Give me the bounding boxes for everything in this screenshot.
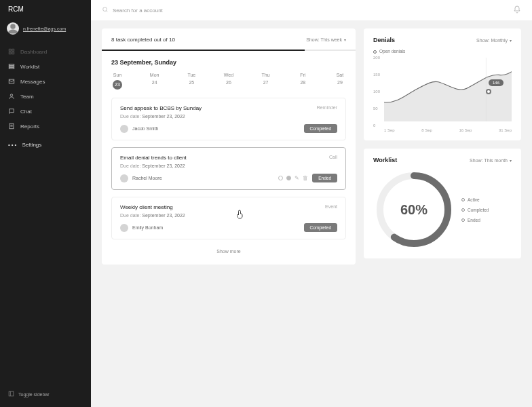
sidebar-item-dashboard[interactable]: Dashboard [0, 44, 91, 59]
chat-icon [8, 108, 15, 115]
task-assignee: Rachel Moore [120, 174, 162, 182]
weekday-row: SunMonTueWedThuFriSat [111, 73, 346, 77]
show-more-button[interactable]: Show more [111, 246, 346, 256]
denials-chart: 200 150 100 50 0 146 [384, 58, 512, 125]
sidebar: RCM n.frenette@ags.com DashboardWorklist… [0, 0, 91, 407]
days-row: 23242526272829 [111, 80, 346, 90]
worklist-donut: 60% [373, 169, 455, 250]
svg-point-8 [10, 94, 12, 96]
day-26[interactable]: 26 [223, 80, 235, 90]
chart-pointer [486, 89, 491, 94]
denials-filter[interactable]: Show: Monthly ▾ [476, 38, 512, 43]
chart-callout: 146 [489, 79, 504, 86]
task-item[interactable]: EventWeekly client meetingDue date: Sept… [111, 197, 346, 239]
avatar [120, 125, 128, 133]
list-icon [8, 63, 15, 70]
svg-rect-6 [9, 68, 14, 69]
grid-icon [8, 48, 15, 55]
task-assignee: Emily Bonham [120, 224, 163, 232]
sidebar-item-settings[interactable]: ••• Settings [0, 136, 91, 153]
sidebar-item-messages[interactable]: Messages [0, 74, 91, 89]
task-title: Email denial trends to client [120, 155, 337, 161]
worklist-title: Worklist [373, 157, 397, 163]
worklist-card: Worklist Show: This month ▾ 60% [364, 149, 521, 258]
denials-xticks: 1 Sep 8 Sep 16 Sep 31 Sep [384, 128, 512, 132]
task-assignee: Jacob Smith [120, 125, 159, 133]
task-title: Send appeak to BCBS by Sunday [120, 105, 337, 111]
day-28[interactable]: 28 [297, 80, 309, 90]
radio-icon[interactable] [278, 176, 283, 180]
more-icon: ••• [8, 142, 18, 148]
toggle-sidebar[interactable]: Toggle sidebar [0, 385, 91, 403]
denials-legend: Open denials [373, 49, 512, 54]
topbar: Search for a account [91, 0, 532, 20]
avatar [120, 224, 128, 232]
user-icon [8, 93, 15, 100]
day-25[interactable]: 25 [185, 80, 197, 90]
denials-title: Denials [373, 37, 395, 43]
sidebar-item-team[interactable]: Team [0, 89, 91, 104]
task-status-button[interactable]: Completed [304, 223, 337, 232]
svg-rect-12 [9, 391, 14, 396]
svg-point-14 [103, 7, 107, 12]
svg-rect-4 [9, 64, 14, 66]
toggle-label: Toggle sidebar [18, 392, 50, 397]
day-27[interactable]: 27 [260, 80, 272, 90]
tasks-summary: 8 task completed out of 10 [111, 37, 175, 43]
task-status-button[interactable]: Completed [304, 124, 337, 133]
search-input[interactable]: Search for a account [102, 6, 163, 14]
task-tag: Call [329, 155, 337, 159]
task-due: Due date: September 23, 2022 [120, 213, 337, 218]
day-29[interactable]: 29 [334, 80, 346, 90]
task-due: Due date: September 23, 2022 [120, 163, 337, 168]
worklist-percent: 60% [373, 169, 455, 250]
nav: DashboardWorklistMessagesTeamChatReports [0, 44, 91, 134]
radio-icon[interactable] [286, 176, 291, 180]
doc-icon [8, 123, 15, 130]
avatar [7, 22, 19, 35]
task-item[interactable]: ReminderSend appeak to BCBS by SundayDue… [111, 98, 346, 140]
task-actions: ✎🗑 [278, 175, 308, 181]
profile-email[interactable]: n.frenette@ags.com [23, 26, 66, 31]
brand-title: RCM [0, 5, 91, 18]
tasks-card: 8 task completed out of 10 Show: This we… [102, 28, 356, 265]
tasks-date-heading: 23 September, Sunday [111, 59, 346, 66]
task-item[interactable]: CallEmail denial trends to clientDue dat… [111, 147, 346, 190]
svg-rect-5 [9, 66, 14, 67]
worklist-legend: Active Completed Ended [461, 197, 489, 222]
svg-line-15 [107, 11, 108, 12]
tasks-filter[interactable]: Show: This week ▾ [306, 37, 346, 42]
task-tag: Reminder [317, 105, 337, 110]
svg-rect-1 [12, 49, 14, 51]
chevron-down-icon: ▾ [510, 158, 512, 163]
task-status-button[interactable]: Ended [312, 174, 337, 182]
worklist-filter[interactable]: Show: This month ▾ [470, 158, 512, 163]
notifications-button[interactable] [513, 4, 521, 16]
collapse-icon [8, 391, 14, 398]
task-due: Due date: September 23, 2022 [120, 114, 337, 119]
mail-icon [8, 78, 15, 85]
avatar [120, 174, 128, 182]
sidebar-item-reports[interactable]: Reports [0, 119, 91, 134]
chevron-down-icon: ▾ [344, 37, 346, 42]
sidebar-item-worklist[interactable]: Worklist [0, 59, 91, 74]
chevron-down-icon: ▾ [510, 38, 512, 43]
settings-label: Settings [22, 142, 41, 148]
denials-card: Denials Show: Monthly ▾ Open denials 200… [364, 28, 521, 140]
svg-rect-0 [9, 49, 11, 51]
delete-icon[interactable]: 🗑 [303, 175, 308, 181]
search-placeholder: Search for a account [113, 7, 163, 14]
svg-rect-2 [9, 52, 11, 54]
sidebar-item-chat[interactable]: Chat [0, 104, 91, 119]
day-24[interactable]: 24 [149, 80, 161, 90]
task-tag: Event [325, 204, 337, 209]
day-23[interactable]: 23 [111, 80, 124, 90]
tasks-progress [102, 50, 356, 51]
profile-block[interactable]: n.frenette@ags.com [0, 18, 91, 41]
edit-icon[interactable]: ✎ [294, 175, 299, 181]
task-title: Weekly client meeting [120, 204, 337, 210]
search-icon [102, 6, 109, 14]
svg-rect-3 [12, 52, 14, 54]
